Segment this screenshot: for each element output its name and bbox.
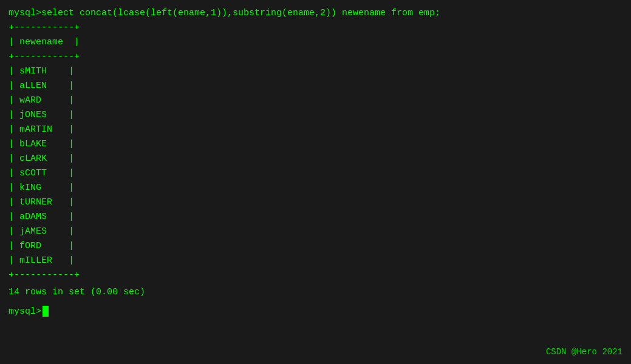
table-row: | mILLER |	[9, 254, 622, 268]
table-row: | cLARK |	[9, 152, 622, 166]
result-summary: 14 rows in set (0.00 sec)	[9, 285, 622, 300]
table-row: | fORD |	[9, 239, 622, 254]
table-row: | wARD |	[9, 93, 622, 108]
bottom-prompt-label: mysql>	[9, 306, 41, 317]
table-separator-bottom: +-----------+	[9, 268, 622, 283]
command-line: mysql> select concat(lcase(left(ename,1)…	[9, 6, 622, 21]
table-separator-header: +-----------+	[9, 50, 622, 64]
table-row: | mARTIN |	[9, 123, 622, 137]
table-row: | sMITH |	[9, 64, 622, 79]
table-body: | sMITH || aLLEN || wARD || jONES || mAR…	[9, 64, 622, 268]
table-separator-top: +-----------+	[9, 21, 622, 35]
table-row: | sCOTT |	[9, 166, 622, 181]
table-row: | kING |	[9, 181, 622, 195]
table-row: | aDAMS |	[9, 210, 622, 224]
terminal-window: mysql> select concat(lcase(left(ename,1)…	[9, 6, 622, 358]
table-row: | bLAKE |	[9, 137, 622, 152]
bottom-prompt-line: mysql>	[9, 306, 622, 317]
watermark: CSDN @Hero 2021	[546, 347, 622, 357]
table-row: | tURNER |	[9, 195, 622, 210]
prompt-label: mysql>	[9, 6, 41, 21]
sql-command: select concat(lcase(left(ename,1)),subst…	[41, 6, 440, 21]
cursor-block	[43, 306, 49, 317]
table-header: | newename |	[9, 35, 622, 50]
table-row: | jONES |	[9, 108, 622, 123]
table-row: | jAMES |	[9, 224, 622, 239]
table-row: | aLLEN |	[9, 79, 622, 93]
